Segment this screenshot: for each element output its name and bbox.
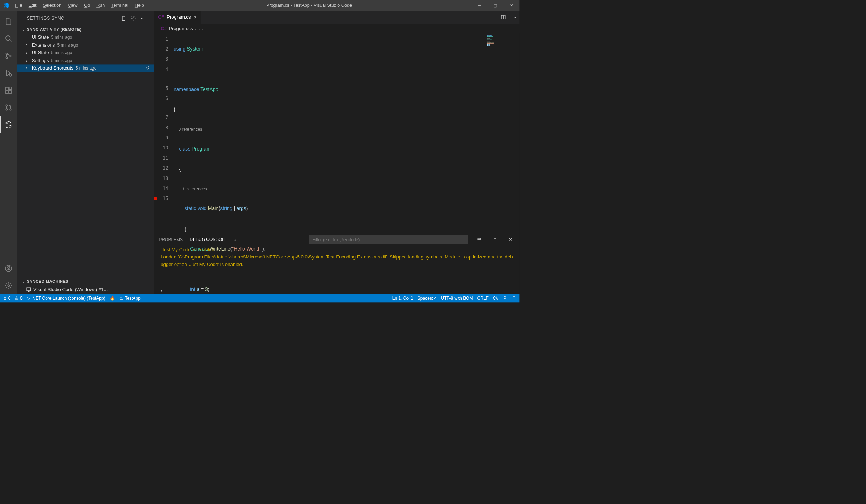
svg-rect-7 [9,91,11,93]
breadcrumb-file: Program.cs [169,26,193,32]
section-sync-activity[interactable]: ⌄ SYNC ACTIVITY (REMOTE) [17,26,154,33]
side-panel: SETTINGS SYNC ··· ⌄ SYNC ACTIVITY (REMOT… [17,11,154,294]
close-button[interactable]: ✕ [504,0,520,11]
breadcrumb-rest: ... [199,26,203,32]
sync-item-ui-state-2[interactable]: ›UI State5 mins ago [17,49,154,57]
breadcrumb[interactable]: C# Program.cs › ... [154,24,519,33]
chevron-right-icon: › [26,65,32,71]
csharp-icon: C# [161,26,167,32]
editor-tabs: C# Program.cs ✕ ··· [154,11,519,24]
monitor-icon [26,287,33,293]
chevron-right-icon: › [26,34,32,40]
maximize-button[interactable]: ▢ [487,0,504,11]
chevron-down-icon: ⌄ [22,27,27,32]
svg-point-4 [9,74,12,76]
title-bar: File Edit Selection View Go Run Terminal… [0,0,520,11]
gear-icon[interactable] [128,14,138,23]
close-tab-icon[interactable]: ✕ [194,15,197,19]
sync-item-ui-state[interactable]: ›UI State5 mins ago [17,33,154,41]
menu-bar: File Edit Selection View Go Run Terminal… [12,1,147,9]
svg-rect-8 [9,87,11,89]
code-area[interactable]: using System; namespace TestApp { 0 refe… [173,33,485,234]
side-panel-title: SETTINGS SYNC [27,16,119,21]
menu-selection[interactable]: Selection [40,1,65,9]
editor[interactable]: 1 2 3 4 5 6 7 8 9 10 11 12 13 14 15 [154,33,519,234]
window-title: Program.cs - TestApp - Visual Studio Cod… [147,3,471,8]
status-language[interactable]: C# [493,296,498,301]
svg-point-2 [6,57,8,59]
minimap[interactable]: ████ ███████ █████████ ████ █ ██████ ███… [485,33,520,234]
sync-item-extensions[interactable]: ›Extensions5 mins ago [17,41,154,49]
activity-pull-requests[interactable] [0,99,17,116]
csharp-icon: C# [158,14,164,20]
collapse-panel-icon[interactable]: ⌃ [490,237,500,243]
line-gutter: 1 2 3 4 5 6 7 8 9 10 11 12 13 14 15 [154,33,173,234]
tab-program-cs[interactable]: C# Program.cs ✕ [154,11,200,24]
more-icon[interactable]: ··· [138,14,148,23]
activity-account[interactable] [0,260,17,277]
activity-extensions[interactable] [0,82,17,99]
svg-rect-6 [6,91,8,93]
codelens-references[interactable]: 0 references [179,127,203,132]
activity-bar [0,11,17,294]
status-warnings[interactable]: ⚠ 0 [15,296,22,301]
synced-machine-item[interactable]: Visual Studio Code (Windows) #1... [17,285,154,294]
menu-terminal[interactable]: Terminal [108,1,131,9]
svg-point-1 [6,53,8,55]
status-folder[interactable]: 🗀 TestApp [119,296,141,301]
activity-sync[interactable] [0,116,17,133]
svg-point-17 [133,18,134,19]
editor-more-icon[interactable]: ··· [509,11,520,24]
svg-rect-18 [27,288,31,291]
minimize-button[interactable]: ─ [471,0,487,11]
activity-source-control[interactable] [0,47,17,65]
svg-point-13 [8,266,10,268]
menu-run[interactable]: Run [94,1,108,9]
clipboard-icon[interactable] [119,14,128,23]
status-launch-config[interactable]: ▷ .NET Core Launch (console) (TestApp) [27,296,105,301]
section-title: SYNC ACTIVITY (REMOTE) [27,27,81,32]
svg-point-20 [504,296,506,298]
tab-label: Program.cs [167,14,191,20]
svg-point-9 [6,105,8,106]
svg-point-3 [10,55,11,57]
activity-explorer[interactable] [0,13,17,30]
svg-point-10 [6,109,8,110]
sync-item-keyboard-shortcuts[interactable]: ›Keyboard Shortcuts5 mins ago↺ [17,64,154,72]
chevron-down-icon: ⌄ [22,279,27,284]
menu-help[interactable]: Help [132,1,147,9]
menu-view[interactable]: View [65,1,81,9]
menu-edit[interactable]: Edit [25,1,39,9]
section-synced-machines[interactable]: ⌄ SYNCED MACHINES [17,278,154,285]
svg-point-11 [10,109,11,110]
section-title: SYNCED MACHINES [27,279,68,284]
chevron-right-icon: › [26,58,32,63]
menu-file[interactable]: File [12,1,25,9]
status-errors[interactable]: ⊗ 0 [3,296,10,301]
close-panel-icon[interactable]: ✕ [506,237,515,243]
revert-icon[interactable]: ↺ [146,65,150,71]
split-editor-icon[interactable] [498,11,509,24]
status-feedback-icon[interactable] [503,296,507,301]
activity-search[interactable] [0,30,17,47]
editor-group: C# Program.cs ✕ ··· C# Program.cs › ... … [154,11,519,294]
svg-point-14 [8,285,9,286]
status-notifications-icon[interactable] [511,296,516,301]
chevron-right-icon: › [26,42,32,48]
svg-rect-5 [6,87,8,90]
chevron-right-icon: › [26,50,32,56]
svg-point-0 [6,36,10,41]
codelens-references[interactable]: 0 references [183,186,207,191]
side-panel-header: SETTINGS SYNC ··· [17,11,154,26]
breakpoint-icon[interactable] [154,197,157,200]
activity-settings[interactable] [0,277,17,294]
vscode-logo-icon [0,3,12,9]
menu-go[interactable]: Go [81,1,93,9]
activity-run-debug[interactable] [0,65,17,82]
sync-item-settings[interactable]: ›Settings5 mins ago [17,57,154,65]
status-hot-reload-icon[interactable]: 🔥 [110,296,115,301]
